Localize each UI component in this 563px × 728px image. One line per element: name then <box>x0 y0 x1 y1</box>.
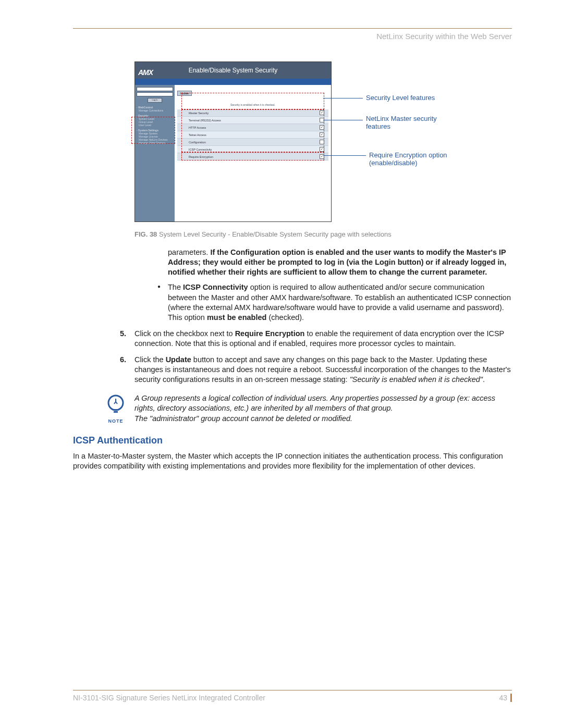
footer: NI-3101-SIG Signature Series NetLinx Int… <box>73 690 512 702</box>
para-parameters: parameters. If the Configuration option … <box>134 248 512 277</box>
row-telnet: Telnet Access ✓ <box>177 131 328 139</box>
app-screenshot: AMX Enable/Disable System Security Log I… <box>134 61 332 222</box>
pass-input[interactable] <box>137 92 173 96</box>
row-master-security: Master Security ✓ <box>177 109 328 117</box>
security-hint: Security is enabled when it is checked. <box>177 103 328 106</box>
section-heading: ICSP Authentication <box>73 435 512 447</box>
app-title-bar: AMX Enable/Disable System Security <box>135 62 331 79</box>
row-config: Configuration <box>177 139 328 146</box>
callout-1: Security Level features <box>366 94 455 102</box>
figure-caption: FIG. 38 System Level Security - Enable/D… <box>134 230 512 238</box>
note-text: A Group represents a logical collection … <box>130 393 512 425</box>
step-6-number: 6. <box>120 355 126 365</box>
callout-2: NetLinx Master security features <box>366 115 455 130</box>
step-5-number: 5. <box>120 329 126 339</box>
side-manage-other[interactable]: Manage Other Devices <box>139 141 173 144</box>
step-5: 5. Click on the checkbox next to Require… <box>134 329 512 349</box>
figure-number: FIG. 38 <box>134 230 157 238</box>
footer-page: 43 <box>499 694 512 702</box>
lightbulb-icon: NOTE <box>101 393 130 425</box>
callout-line-3 <box>323 155 366 156</box>
body-content: parameters. If the Configuration option … <box>134 248 512 471</box>
section-body: In a Master-to-Master system, the Master… <box>73 451 512 471</box>
side-manage-conn[interactable]: Manage Connections <box>139 109 173 112</box>
row-icsp: ICSP Connectivity ✓ <box>177 146 328 153</box>
step-6: 6. Click the Update button to accept and… <box>134 355 512 385</box>
app-menu-bar <box>135 79 331 85</box>
note-block: NOTE A Group represents a logical collec… <box>101 393 512 425</box>
callout-line-1 <box>323 98 363 98</box>
app-sidebar: Log In - WebControl Manage Connections -… <box>135 85 175 221</box>
footer-left: NI-3101-SIG Signature Series NetLinx Int… <box>73 694 265 702</box>
callout-line-2 <box>323 120 363 120</box>
callout-3: Require Encryption option (enable/disabl… <box>369 151 458 167</box>
page: NetLinx Security within the Web Server A… <box>0 0 563 728</box>
chk-config[interactable] <box>320 140 324 144</box>
note-label: NOTE <box>101 418 130 425</box>
bullet-icsp: The ICSP Connectivity option is required… <box>157 282 512 323</box>
login-button[interactable]: Log In <box>148 98 162 103</box>
row-encryption: Require Encryption ✓ <box>177 153 328 161</box>
chk-telnet[interactable]: ✓ <box>320 132 324 137</box>
chk-master-security[interactable]: ✓ <box>320 110 324 115</box>
row-terminal: Terminal (RS232) Access <box>177 117 328 124</box>
update-button[interactable]: Update <box>177 91 192 96</box>
figure: AMX Enable/Disable System Security Log I… <box>134 61 458 227</box>
row-http: HTTP Access ✓ <box>177 124 328 131</box>
header-text: NetLinx Security within the Web Server <box>73 32 512 41</box>
app-main-panel: Update Security is enabled when it is ch… <box>175 85 331 221</box>
side-user-level[interactable]: User Level <box>139 124 173 127</box>
chk-icsp[interactable]: ✓ <box>320 147 324 152</box>
footer-rule <box>73 690 512 690</box>
top-rule <box>73 28 512 29</box>
svg-point-0 <box>108 396 123 410</box>
chk-http[interactable]: ✓ <box>320 125 324 130</box>
amx-logo: AMX <box>138 64 153 81</box>
app-title-text: Enable/Disable System Security <box>189 67 278 74</box>
user-input[interactable] <box>137 87 173 91</box>
